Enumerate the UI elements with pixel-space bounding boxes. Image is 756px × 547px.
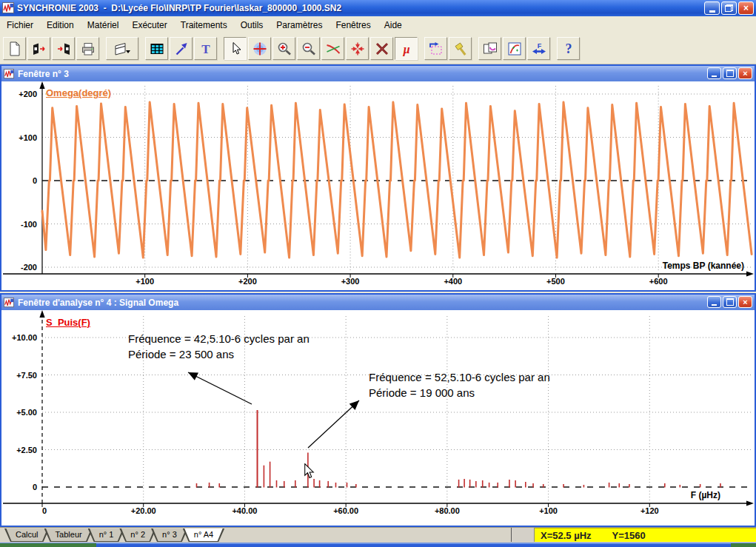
svg-text:0: 0 xyxy=(33,176,37,185)
help-icon: ? xyxy=(561,41,577,57)
window-layout-button[interactable] xyxy=(106,37,138,60)
svg-text:+7.50: +7.50 xyxy=(16,371,37,380)
menu-fenetres[interactable]: Fenêtres xyxy=(329,18,377,33)
zoom-out-button[interactable] xyxy=(297,37,320,60)
export-file-button[interactable] xyxy=(27,37,50,60)
window-fenetre-3: Fenêtre n° 3 × +100+200+300+400+500+600+… xyxy=(0,64,756,292)
autoscale-tool-icon xyxy=(349,41,366,57)
frequency-axis-label: F (µHz) xyxy=(691,490,720,500)
window3-title: Fenêtre n° 3 xyxy=(18,69,69,79)
hammer-tool-icon xyxy=(452,41,469,57)
hammer-tool-button[interactable] xyxy=(449,37,472,60)
window4-title-bar[interactable]: Fenêtre d'analyse n° 4 : Signal Omega × xyxy=(1,295,755,310)
tab-n-1[interactable]: n° 1 xyxy=(88,528,125,542)
tangent-tool-button[interactable] xyxy=(321,37,344,60)
svg-text:+200: +200 xyxy=(19,90,37,98)
window4-icon xyxy=(4,298,14,308)
data-table-button[interactable] xyxy=(145,37,168,60)
pointer-tool-button[interactable] xyxy=(224,37,247,60)
svg-text:+500: +500 xyxy=(546,277,565,286)
help-button[interactable]: ? xyxy=(557,37,580,60)
menu-outils[interactable]: Outils xyxy=(234,18,270,33)
toolbar: TµF? xyxy=(0,33,756,64)
crosshair-tool-button[interactable] xyxy=(248,37,271,60)
print-button[interactable] xyxy=(76,37,99,60)
omega-legend[interactable]: Omega(degré) xyxy=(46,87,111,98)
menu-parametres[interactable]: Paramètres xyxy=(270,18,329,33)
pointer-tool-icon xyxy=(227,41,244,57)
tab-calcul[interactable]: Calcul xyxy=(4,528,50,542)
delete-cross-tool-icon xyxy=(374,41,390,57)
tab-n-a4[interactable]: n° A4 xyxy=(183,528,224,542)
spuis-legend[interactable]: S_Puis(F) xyxy=(46,317,90,328)
mu-tool-button[interactable]: µ xyxy=(395,37,418,60)
draw-arrow-icon xyxy=(173,41,190,57)
svg-text:T: T xyxy=(201,42,210,56)
fit-curve-tool-icon xyxy=(506,41,523,57)
menu-traitements[interactable]: Traitements xyxy=(174,18,234,33)
new-document-button[interactable] xyxy=(3,37,26,60)
menu-edition[interactable]: Edition xyxy=(40,18,81,33)
autoscale-tool-button[interactable] xyxy=(346,37,369,60)
window-analyse-4: Fenêtre d'analyse n° 4 : Signal Omega × … xyxy=(0,293,756,527)
menu-materiel[interactable]: Matériel xyxy=(81,18,126,33)
svg-text:+100: +100 xyxy=(539,506,558,515)
svg-text:+300: +300 xyxy=(341,277,360,286)
window4-maximize-button[interactable] xyxy=(723,296,737,308)
spectrum-chart[interactable]: 0+20.00+40.00+60.00+80.00+100+120+10.00+… xyxy=(1,310,755,526)
window3-maximize-button[interactable] xyxy=(723,67,737,79)
text-tool-icon: T xyxy=(198,41,214,57)
close-button[interactable]: × xyxy=(738,1,754,15)
data-table-icon xyxy=(149,41,165,57)
mouse-cursor xyxy=(304,463,315,480)
delete-cross-tool-button[interactable] xyxy=(370,37,393,60)
zoom-in-icon xyxy=(276,41,292,57)
svg-text:+40.00: +40.00 xyxy=(232,506,257,515)
tab-n-3[interactable]: n° 3 xyxy=(151,528,188,542)
omega-chart[interactable]: +100+200+300+400+500+600+200+1000-100-20… xyxy=(1,81,755,290)
window3-minimize-button[interactable] xyxy=(707,67,721,79)
svg-text:+100: +100 xyxy=(19,133,37,142)
svg-text:+80.00: +80.00 xyxy=(435,506,460,515)
minimize-button[interactable] xyxy=(704,1,720,15)
print-icon xyxy=(80,41,96,57)
y-readout: Y=1560 xyxy=(612,530,646,541)
draw-arrow-button[interactable] xyxy=(170,37,193,60)
window4-close-button[interactable]: × xyxy=(738,296,752,308)
text-tool-button[interactable]: T xyxy=(194,37,217,60)
x-readout: X=52.5 µHz xyxy=(541,530,592,541)
export-file-icon xyxy=(31,41,47,57)
window3-title-bar[interactable]: Fenêtre n° 3 × xyxy=(1,66,755,81)
menu-aide[interactable]: Aide xyxy=(378,18,409,33)
window-title: SYNCHRONIE 2003 - D:\Lycée Flo\INRP\TP F… xyxy=(17,3,341,13)
menu-executer[interactable]: Exécuter xyxy=(125,18,173,33)
fourier-tool-button[interactable]: F xyxy=(527,37,550,60)
window3-close-button[interactable]: × xyxy=(738,67,752,79)
tab-n-2[interactable]: n° 2 xyxy=(119,528,156,542)
sheet-tab-bar: CalculTableurn° 1n° 2n° 3n° A4 X=52.5 µH… xyxy=(0,527,756,543)
tab-tableur[interactable]: Tableur xyxy=(44,528,93,542)
svg-text:F: F xyxy=(537,41,541,49)
menu-fichier[interactable]: Fichier xyxy=(0,18,40,33)
window4-minimize-button[interactable] xyxy=(707,296,721,308)
import-file-button[interactable] xyxy=(52,37,75,60)
annotation-2: Fréquence = 52,5.10-6 cycles par anPério… xyxy=(369,369,550,400)
mu-tool-icon: µ xyxy=(398,41,415,57)
tangent-tool-icon xyxy=(325,41,341,57)
svg-text:+20.00: +20.00 xyxy=(131,506,156,515)
svg-text:+100: +100 xyxy=(136,277,154,286)
svg-text:0: 0 xyxy=(33,483,37,491)
crosshair-tool-icon xyxy=(252,41,268,57)
restore-button[interactable] xyxy=(721,1,737,15)
svg-text:+5.00: +5.00 xyxy=(16,408,37,417)
zoom-in-button[interactable] xyxy=(272,37,295,60)
title-bar[interactable]: SYNCHRONIE 2003 - D:\Lycée Flo\INRP\TP F… xyxy=(0,0,756,16)
svg-text:µ: µ xyxy=(402,42,409,56)
copy-curve-tool-icon xyxy=(482,41,498,57)
svg-text:-200: -200 xyxy=(21,263,37,272)
window-layout-icon xyxy=(114,41,130,57)
fit-curve-tool-button[interactable] xyxy=(503,37,526,60)
copy-curve-tool-button[interactable] xyxy=(478,37,501,60)
selection-tool-button[interactable] xyxy=(424,37,447,60)
svg-text:+600: +600 xyxy=(649,277,668,286)
